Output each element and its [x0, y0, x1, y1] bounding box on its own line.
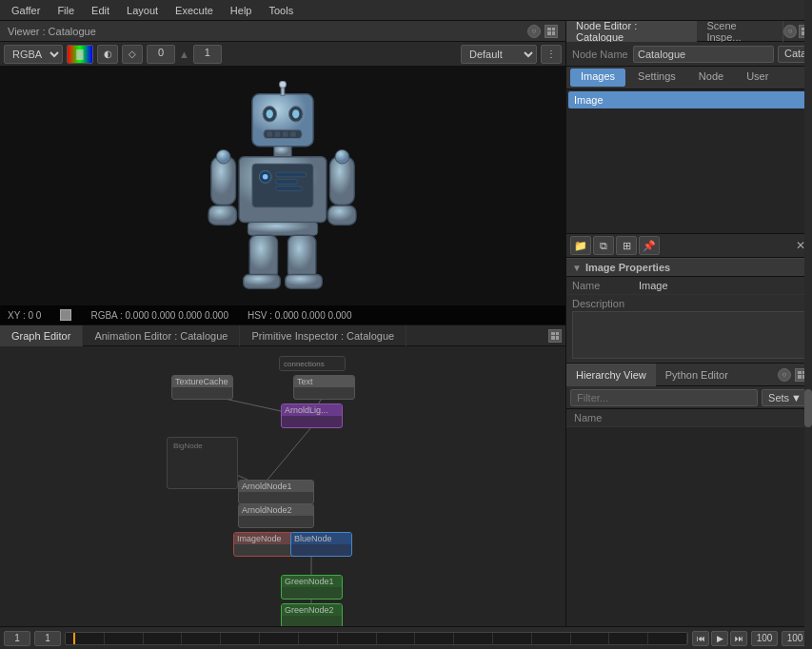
- node-editor-section: Node Editor : Catalogue Scene Inspe... ○…: [566, 21, 812, 364]
- channel-select[interactable]: RGBA R G B A: [4, 45, 63, 64]
- sets-label: Sets: [768, 392, 789, 403]
- graph-canvas[interactable]: TextureCache Text ArnoldLig... BigNode A…: [0, 346, 565, 626]
- svg-rect-28: [244, 274, 281, 288]
- subtab-node[interactable]: Node: [688, 69, 734, 87]
- svg-rect-22: [208, 206, 236, 225]
- node-texturecache[interactable]: TextureCache: [171, 375, 233, 400]
- hierarchy-circle-btn[interactable]: ○: [778, 368, 791, 382]
- prev-frame-btn[interactable]: ⏮: [692, 631, 709, 646]
- prop-desc-row: Description: [566, 295, 812, 363]
- frame-start[interactable]: 1: [4, 631, 30, 646]
- next-frame-btn[interactable]: ⏭: [730, 631, 747, 646]
- svg-point-3: [267, 109, 273, 118]
- main-layout: Viewer : Catalogue ○ RGBA R G: [0, 21, 812, 626]
- prop-desc-label: Description: [572, 298, 639, 309]
- diamond-tool-btn[interactable]: ◇: [122, 45, 143, 64]
- menu-gaffer[interactable]: Gaffer: [4, 3, 48, 18]
- right-circle-btn[interactable]: ○: [783, 25, 797, 38]
- filter-input[interactable]: [570, 389, 758, 406]
- hierarchy-section: Hierarchy View Python Editor ○ Sets: [566, 364, 812, 626]
- left-panel: Viewer : Catalogue ○ RGBA R G: [0, 21, 566, 626]
- graph-grid-btn[interactable]: [548, 329, 562, 343]
- image-list-item-0[interactable]: Image: [568, 91, 810, 108]
- menu-bar: Gaffer File Edit Layout Execute Help Too…: [0, 0, 812, 21]
- preset-select[interactable]: Default: [461, 45, 537, 64]
- prop-desc-textarea[interactable]: [572, 311, 806, 359]
- menu-execute[interactable]: Execute: [168, 3, 221, 18]
- svg-rect-6: [267, 131, 273, 137]
- timeline-bar: 1 1 ⏮ ▶ ⏭ 100 100: [0, 626, 812, 649]
- svg-rect-27: [249, 235, 277, 279]
- svg-point-4: [292, 109, 299, 118]
- svg-point-24: [335, 149, 349, 164]
- node-right1[interactable]: ArnoldNode1: [238, 480, 314, 504]
- color-icon-btn[interactable]: ▓: [67, 45, 93, 64]
- hierarchy-name-label: Name: [574, 412, 602, 423]
- menu-edit[interactable]: Edit: [84, 3, 117, 18]
- node-editor-scrollbar[interactable]: [804, 0, 812, 649]
- value1-display: 0: [147, 45, 175, 64]
- timeline-track[interactable]: [65, 632, 688, 645]
- node-green1[interactable]: GreenNode1: [281, 575, 343, 600]
- properties-section: ▼ Image Properties Name Image Descriptio…: [566, 258, 812, 363]
- scrollbar-thumb[interactable]: [804, 389, 812, 427]
- tab-scene-inspe[interactable]: Scene Inspe...: [697, 21, 783, 42]
- viewer-circle-btn[interactable]: ○: [527, 25, 541, 38]
- node-green2[interactable]: GreenNode2: [281, 603, 343, 626]
- svg-rect-18: [276, 179, 298, 184]
- tab-primitive-inspector[interactable]: Primitive Inspector : Catalogue: [240, 325, 406, 346]
- properties-header: ▼ Image Properties: [566, 259, 812, 277]
- node-textnodename[interactable]: Text: [293, 375, 355, 400]
- pipe-separator: ▲: [179, 49, 189, 60]
- node-blue-right[interactable]: BlueNode: [290, 532, 352, 557]
- node-name-input[interactable]: [633, 46, 774, 63]
- tab-python-editor[interactable]: Python Editor: [656, 364, 738, 386]
- svg-rect-17: [276, 172, 307, 177]
- hierarchy-content: [566, 427, 812, 626]
- node-largeblack[interactable]: BigNode: [167, 437, 238, 489]
- circle-tool-btn[interactable]: ◐: [97, 45, 118, 64]
- node-mid1[interactable]: ArnoldNode2: [238, 503, 314, 528]
- subtab-settings[interactable]: Settings: [627, 69, 686, 87]
- node-bigblack2[interactable]: connections: [279, 356, 346, 371]
- prop-name-row: Name Image: [566, 277, 812, 295]
- viewer-header: Viewer : Catalogue ○: [0, 21, 565, 42]
- img-tb-pin[interactable]: 📌: [639, 236, 660, 255]
- properties-title: Image Properties: [585, 262, 670, 273]
- tab-animation-editor[interactable]: Animation Editor : Catalogue: [83, 325, 240, 346]
- frame-current[interactable]: 1: [34, 631, 61, 646]
- viewer-header-controls: ○: [527, 25, 558, 38]
- menu-layout[interactable]: Layout: [119, 3, 166, 18]
- menu-help[interactable]: Help: [223, 3, 260, 18]
- viewer-grid-btn[interactable]: [545, 25, 558, 38]
- play-btn[interactable]: ▶: [711, 631, 728, 646]
- viewer-canvas[interactable]: XY : 0 0 RGBA : 0.000 0.000 0.000 0.000 …: [0, 67, 565, 324]
- node-purple[interactable]: ArnoldLig...: [281, 403, 343, 428]
- menu-tools[interactable]: Tools: [261, 3, 301, 18]
- filter-bar: Sets ▼: [566, 386, 812, 409]
- img-tb-copy[interactable]: ⧉: [593, 236, 614, 255]
- graph-tabs: Graph Editor Animation Editor : Catalogu…: [0, 325, 565, 346]
- value2-display: 1: [193, 45, 222, 64]
- viewer-pipe-btn[interactable]: ⋮: [541, 45, 562, 64]
- sets-button[interactable]: Sets ▼: [762, 389, 808, 406]
- hierarchy-tabs: Hierarchy View Python Editor ○: [566, 364, 812, 386]
- graph-section: Graph Editor Animation Editor : Catalogu…: [0, 325, 565, 626]
- frame-end-left[interactable]: 100: [751, 631, 778, 646]
- tab-hierarchy-view[interactable]: Hierarchy View: [566, 364, 656, 386]
- rgba-display: RGBA : 0.000 0.000 0.000 0.000: [90, 310, 228, 321]
- node-name-bar: Node Name Catalogue i ⚙: [566, 42, 812, 67]
- viewer-toolbar: RGBA R G B A ▓ ◐ ◇ 0 ▲ 1 Default ⋮: [0, 42, 565, 67]
- subtab-images[interactable]: Images: [570, 69, 625, 87]
- svg-rect-29: [288, 235, 316, 279]
- img-tb-folder[interactable]: 📁: [570, 236, 591, 255]
- svg-rect-8: [283, 131, 288, 137]
- subtab-user[interactable]: User: [736, 69, 779, 87]
- tab-node-editor[interactable]: Node Editor : Catalogue: [566, 21, 697, 42]
- svg-rect-19: [276, 186, 303, 190]
- image-list[interactable]: Image: [566, 89, 812, 233]
- node-editor-header: Node Editor : Catalogue Scene Inspe... ○: [566, 21, 812, 42]
- tab-graph-editor[interactable]: Graph Editor: [0, 325, 83, 346]
- menu-file[interactable]: File: [50, 3, 82, 18]
- img-tb-grid[interactable]: ⊞: [616, 236, 637, 255]
